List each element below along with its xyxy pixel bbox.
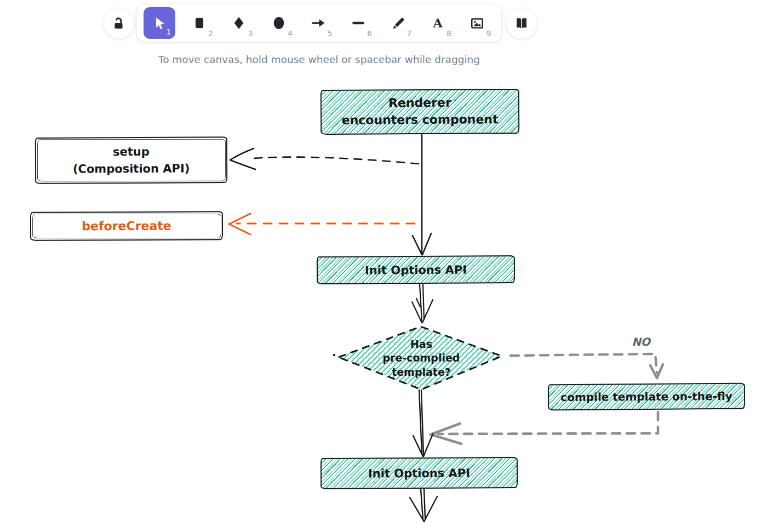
tool-text[interactable]: A 8: [418, 4, 458, 42]
node-init-options-api-1[interactable]: Init Options API: [317, 255, 515, 284]
tool-shortcut: 7: [407, 29, 412, 38]
node-before-create[interactable]: beforeCreate: [30, 211, 223, 241]
tool-rectangle[interactable]: 2: [180, 4, 220, 42]
tool-shortcut: 8: [447, 29, 451, 38]
connector-to-setup[interactable]: [230, 148, 419, 169]
connector-init-options-2-down[interactable]: [410, 489, 437, 522]
connector-to-before-create[interactable]: [229, 214, 415, 234]
tool-shortcut: 2: [208, 29, 213, 38]
connector-no-to-compile[interactable]: [511, 354, 663, 378]
node-label: setup (Composition API): [73, 144, 190, 178]
node-renderer-encounters-component[interactable]: Renderer encounters component: [320, 89, 519, 135]
tool-selection[interactable]: 1: [140, 4, 180, 42]
node-label: compile template on-the-fly: [560, 390, 732, 404]
node-label: Has pre-complied template?: [383, 337, 460, 380]
node-compile-template-on-the-fly[interactable]: compile template on-the-fly: [548, 383, 745, 411]
node-label: beforeCreate: [82, 219, 171, 233]
edge-label-no[interactable]: NO: [625, 335, 657, 348]
tool-shortcut: 6: [367, 29, 372, 38]
tool-draw[interactable]: 7: [378, 4, 418, 42]
canvas[interactable]: 1 2 3 4: [0, 0, 767, 532]
node-init-options-api-2[interactable]: Init Options API: [320, 457, 518, 489]
connector-renderer-to-init-options[interactable]: [413, 135, 431, 255]
tool-shortcut: 3: [248, 29, 253, 38]
tool-shortcut: 5: [328, 29, 333, 38]
connector-init-options-to-decision[interactable]: [412, 284, 433, 323]
connector-compile-to-init-options-2[interactable]: [431, 412, 658, 444]
tool-line[interactable]: 6: [339, 4, 379, 42]
tool-ellipse[interactable]: 4: [259, 4, 299, 42]
node-label: Init Options API: [368, 466, 470, 480]
tool-image[interactable]: 9: [457, 4, 497, 42]
tool-shortcut: 1: [167, 27, 171, 36]
text-tool-glyph: A: [432, 16, 443, 30]
tool-arrow[interactable]: 5: [299, 4, 339, 42]
node-setup-composition-api[interactable]: setup (Composition API): [35, 136, 227, 184]
toolbar: 1 2 3 4: [137, 4, 501, 42]
node-label: Init Options API: [365, 263, 467, 277]
tool-diamond[interactable]: 3: [219, 4, 259, 42]
canvas-hint-text: To move canvas, hold mouse wheel or spac…: [137, 54, 501, 65]
node-has-precompiled-template[interactable]: Has pre-complied template?: [380, 328, 463, 389]
tool-shortcut: 4: [288, 29, 293, 38]
tool-shortcut: 9: [486, 29, 491, 38]
connector-decision-to-init-options-2[interactable]: [413, 390, 433, 456]
node-label: Renderer encounters component: [341, 94, 498, 129]
